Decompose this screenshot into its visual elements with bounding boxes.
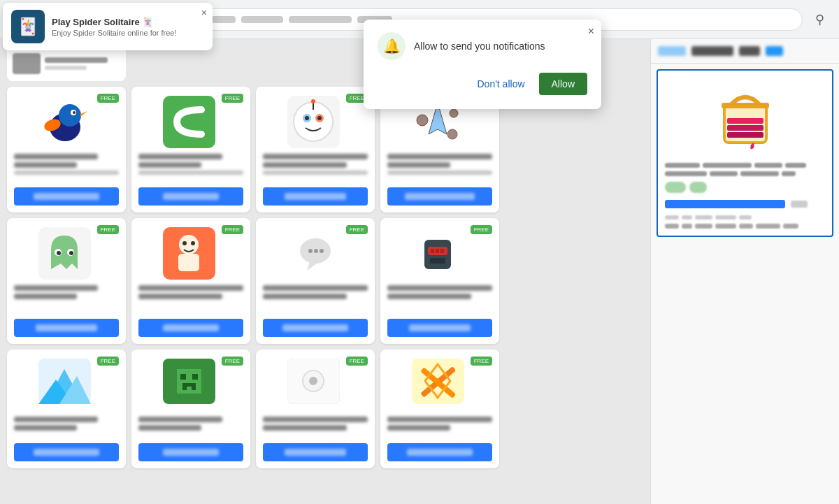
badge-2: FREE — [222, 94, 243, 103]
ad-close-button[interactable]: × — [201, 7, 207, 18]
svg-rect-49 — [177, 369, 201, 394]
sidebar-desc — [665, 163, 825, 193]
play-button-12[interactable] — [387, 443, 492, 461]
game-icon-8 — [412, 227, 464, 280]
badge-1: FREE — [97, 94, 119, 103]
svg-rect-66 — [727, 125, 763, 131]
popup-actions: Don't allow Allow — [378, 73, 587, 95]
svg-rect-50 — [180, 374, 186, 380]
game-card-8: FREE — [380, 218, 499, 344]
play-button-9[interactable] — [14, 443, 119, 461]
svg-rect-68 — [722, 103, 769, 108]
svg-point-25 — [69, 251, 73, 255]
play-button-10[interactable] — [138, 443, 243, 461]
svg-point-13 — [317, 116, 322, 120]
card-2-title — [138, 154, 243, 175]
game-icon-11 — [287, 359, 340, 404]
badge-6: FREE — [222, 225, 243, 234]
notification-message: Allow to send you notifications — [414, 41, 545, 52]
ad-title: Play Spider Solitaire 🃏 — [52, 17, 204, 27]
game-card-11: FREE — [256, 350, 375, 468]
game-card-5: FREE — [7, 218, 126, 344]
game-card-12: FREE — [380, 350, 499, 468]
play-button-3[interactable] — [263, 187, 368, 206]
badge-8: FREE — [471, 225, 492, 234]
svg-point-15 — [311, 99, 315, 103]
svg-rect-41 — [436, 249, 439, 253]
card-11-title — [263, 417, 368, 431]
play-button-7[interactable] — [263, 319, 368, 337]
popup-close-button[interactable]: × — [588, 25, 594, 38]
badge-7: FREE — [346, 225, 368, 234]
bell-icon: 🔔 — [378, 32, 406, 60]
play-button-5[interactable] — [14, 319, 119, 337]
svg-rect-51 — [192, 374, 198, 380]
svg-point-20 — [447, 129, 457, 139]
badge-9: FREE — [97, 357, 119, 366]
game-card-1: FREE — [7, 87, 126, 213]
badge-12: FREE — [471, 357, 492, 366]
play-button-8[interactable] — [387, 319, 492, 337]
game-card-2: FREE — [131, 87, 250, 213]
svg-point-36 — [320, 249, 324, 253]
svg-rect-43 — [430, 258, 445, 264]
game-icon-10 — [163, 359, 215, 404]
play-button-2[interactable] — [138, 187, 243, 206]
card-5-title — [14, 285, 119, 299]
game-icon-12 — [412, 359, 464, 404]
card-1-title — [14, 154, 119, 175]
popup-header: 🔔 Allow to send you notifications — [378, 32, 587, 60]
badge-5: FREE — [97, 225, 119, 234]
game-card-9: FREE — [7, 350, 126, 468]
ad-popup: 🃏 Play Spider Solitaire 🃏 Enjoy Spider S… — [3, 3, 213, 50]
svg-point-3 — [59, 104, 81, 127]
game-row-3: FREE — [7, 350, 643, 468]
ad-subtitle: Enjoy Spider Solitaire online for free! — [52, 29, 204, 37]
svg-rect-65 — [727, 118, 763, 124]
svg-point-35 — [314, 249, 318, 253]
dont-allow-button[interactable]: Don't allow — [470, 74, 531, 94]
card-8-title — [387, 285, 492, 299]
svg-rect-40 — [431, 249, 434, 253]
play-button-1[interactable] — [14, 187, 119, 206]
card-6-title — [138, 285, 243, 299]
svg-point-34 — [308, 249, 313, 253]
svg-point-29 — [182, 241, 187, 245]
notification-popup: × 🔔 Allow to send you notifications Don'… — [364, 20, 601, 109]
svg-rect-28 — [178, 254, 199, 271]
ad-text: Play Spider Solitaire 🃏 Enjoy Spider Sol… — [52, 17, 204, 37]
play-button-11[interactable] — [263, 443, 368, 461]
allow-button[interactable]: Allow — [539, 73, 587, 95]
svg-point-57 — [309, 377, 317, 385]
card-7-title — [263, 285, 368, 299]
svg-rect-7 — [163, 96, 215, 148]
search-button[interactable]: ⚲ — [808, 8, 831, 31]
progress-bar — [665, 200, 785, 208]
game-card-10: FREE — [131, 350, 250, 468]
right-sidebar — [650, 39, 839, 504]
sidebar-featured — [657, 69, 833, 237]
svg-rect-67 — [727, 132, 763, 138]
game-icon-2 — [163, 96, 215, 148]
card-4-title — [387, 154, 492, 175]
svg-point-19 — [450, 109, 458, 117]
svg-rect-54 — [192, 383, 196, 390]
sidebar-bottom-row — [665, 224, 825, 229]
game-icon-9 — [38, 359, 91, 404]
svg-point-18 — [417, 115, 428, 126]
svg-point-24 — [57, 251, 61, 255]
play-button-4[interactable] — [387, 187, 492, 206]
svg-rect-42 — [440, 249, 444, 253]
game-card-6: FREE — [131, 218, 250, 344]
card-9-title — [14, 417, 119, 431]
game-card-7: FREE — [256, 218, 375, 344]
game-icon-6 — [163, 227, 215, 280]
play-button-6[interactable] — [138, 319, 243, 337]
svg-point-12 — [305, 116, 309, 120]
game-card-3: FREE — [256, 87, 375, 213]
game-icon-1 — [38, 96, 91, 148]
game-icon-3 — [287, 96, 340, 148]
svg-point-30 — [191, 241, 195, 245]
badge-10: FREE — [222, 357, 243, 366]
badge-11: FREE — [346, 357, 368, 366]
